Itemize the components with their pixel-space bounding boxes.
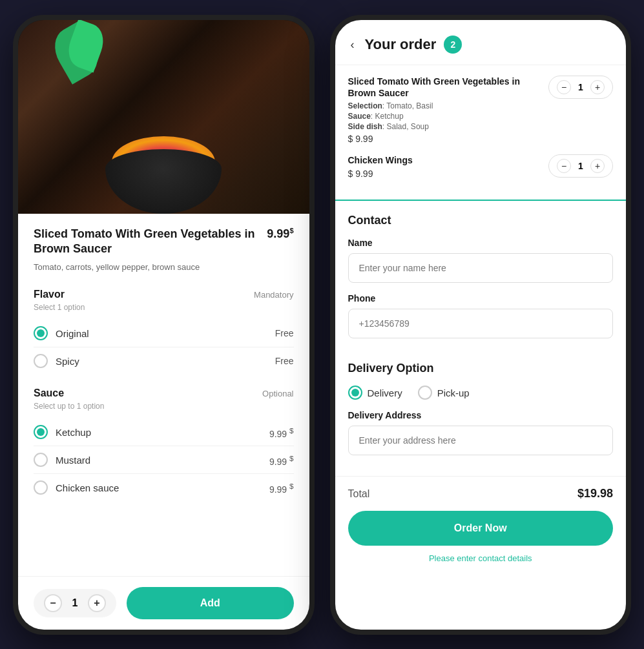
order-item-2-qty-value: 1 (576, 161, 585, 171)
sauce-badge: Optional (262, 389, 293, 398)
right-phone: ‹ Your order 2 Sliced Tomato With Green … (330, 15, 632, 635)
order-item-2: Chicken Wings $ 9.99 − 1 + (348, 154, 614, 179)
add-to-cart-button[interactable]: Add (127, 587, 294, 619)
flavor-subtitle: Select 1 option (34, 303, 294, 312)
flavor-spicy-price: Free (275, 356, 294, 366)
dish-price: 9.99$ (267, 227, 293, 241)
radio-pickup[interactable] (418, 386, 432, 400)
order-header: ‹ Your order 2 (335, 20, 627, 65)
order-item-1-increase[interactable]: + (590, 80, 605, 94)
order-item-1-qty-value: 1 (576, 82, 585, 92)
flavor-original-label: Original (56, 328, 89, 339)
delivery-option-pickup[interactable]: Pick-up (418, 386, 470, 400)
dish-description: Tomato, carrots, yellow pepper, brown sa… (34, 262, 294, 273)
total-label: Total (348, 488, 370, 500)
order-item-2-qty: − 1 + (548, 154, 613, 178)
contact-title: Contact (348, 214, 614, 227)
quantity-value: 1 (70, 597, 80, 609)
total-row: Total $19.98 (348, 487, 614, 500)
order-items-list: Sliced Tomato With Green Vegetables in B… (335, 65, 627, 201)
address-input[interactable] (348, 426, 614, 455)
quantity-increase-button[interactable]: + (88, 594, 106, 612)
name-label: Name (348, 238, 614, 248)
flavor-section: Flavor Mandatory Select 1 option Origina… (34, 289, 294, 375)
sauce-mustard-label: Mustard (56, 455, 90, 466)
order-item-2-increase[interactable]: + (590, 159, 605, 173)
left-phone: Sliced Tomato With Green Vegetables in B… (13, 15, 315, 635)
delivery-option-delivery[interactable]: Delivery (348, 386, 402, 400)
quantity-decrease-button[interactable]: − (44, 594, 62, 612)
radio-delivery[interactable] (348, 386, 362, 400)
order-item-1-details: Sliced Tomato With Green Vegetables in B… (348, 76, 549, 144)
flavor-header: Flavor Mandatory (34, 289, 294, 300)
flavor-option-spicy[interactable]: Spicy Free (34, 347, 294, 375)
order-item-2-price: $ 9.99 (348, 169, 549, 179)
sauce-ketchup-label: Ketchup (56, 427, 91, 438)
food-image (18, 20, 309, 214)
radio-spicy[interactable] (34, 354, 48, 368)
dish-title: Sliced Tomato With Green Vegetables in B… (34, 227, 259, 257)
sauce-section: Sauce Optional Select up to 1 option Ket… (34, 387, 294, 501)
order-item-1-side: Side dish: Salad, Soup (348, 122, 549, 131)
sauce-chicken-label: Chicken sauce (56, 482, 119, 493)
flavor-original-price: Free (275, 328, 294, 338)
order-item-1-selection: Selection: Tomato, Basil (348, 101, 549, 110)
sauce-ketchup-price: 9.99 $ (269, 426, 294, 439)
quantity-control: − 1 + (34, 589, 116, 617)
bowl-base (105, 149, 222, 214)
phone-input[interactable] (348, 309, 614, 338)
sauce-header: Sauce Optional (34, 387, 294, 399)
phone-label: Phone (348, 293, 614, 304)
radio-mustard[interactable] (34, 453, 48, 467)
flavor-badge: Mandatory (254, 290, 293, 300)
dish-header: Sliced Tomato With Green Vegetables in B… (34, 227, 294, 257)
order-item-2-details: Chicken Wings $ 9.99 (348, 154, 549, 179)
back-button[interactable]: ‹ (348, 36, 357, 54)
order-item-1-sauce: Sauce: Ketchup (348, 112, 549, 121)
delivery-options: Delivery Pick-up (348, 386, 614, 400)
order-item-1-name: Sliced Tomato With Green Vegetables in B… (348, 76, 549, 99)
address-label: Delivery Address (348, 410, 614, 420)
order-now-button[interactable]: Order Now (348, 511, 614, 546)
left-phone-content: Sliced Tomato With Green Vegetables in B… (18, 214, 309, 576)
order-item-1-price: $ 9.99 (348, 134, 549, 144)
order-item-1: Sliced Tomato With Green Vegetables in B… (348, 76, 614, 144)
delivery-title: Delivery Option (348, 362, 614, 375)
order-item-1-qty: − 1 + (548, 76, 613, 99)
order-count-badge: 2 (444, 36, 462, 54)
sauce-title: Sauce (34, 387, 64, 399)
radio-ketchup[interactable] (34, 425, 48, 439)
sauce-subtitle: Select up to 1 option (34, 402, 294, 411)
sauce-option-chicken[interactable]: Chicken sauce 9.99 $ (34, 474, 294, 501)
order-title: Your order (365, 36, 437, 53)
flavor-title: Flavor (34, 289, 65, 300)
flavor-spicy-label: Spicy (56, 356, 79, 367)
bottom-bar: − 1 + Add (18, 576, 309, 630)
contact-warning[interactable]: Please enter contact details (348, 553, 614, 563)
delivery-label: Delivery (368, 387, 402, 398)
order-item-2-name: Chicken Wings (348, 154, 549, 166)
pickup-label: Pick-up (437, 387, 470, 398)
sauce-mustard-price: 9.99 $ (269, 454, 294, 467)
order-footer: Total $19.98 Order Now Please enter cont… (335, 476, 627, 573)
delivery-section: Delivery Option Delivery Pick-up Deliver… (335, 362, 627, 476)
contact-section: Contact Name Phone (335, 201, 627, 362)
sauce-option-ketchup[interactable]: Ketchup 9.99 $ (34, 418, 294, 446)
flavor-option-original[interactable]: Original Free (34, 320, 294, 347)
sauce-chicken-price: 9.99 $ (269, 482, 294, 495)
order-item-1-decrease[interactable]: − (557, 80, 571, 94)
sauce-option-mustard[interactable]: Mustard 9.99 $ (34, 446, 294, 474)
name-input[interactable] (348, 253, 614, 283)
total-amount: $19.98 (577, 487, 613, 500)
radio-original[interactable] (34, 326, 48, 340)
order-item-2-decrease[interactable]: − (557, 159, 571, 173)
radio-chicken-sauce[interactable] (34, 480, 48, 495)
